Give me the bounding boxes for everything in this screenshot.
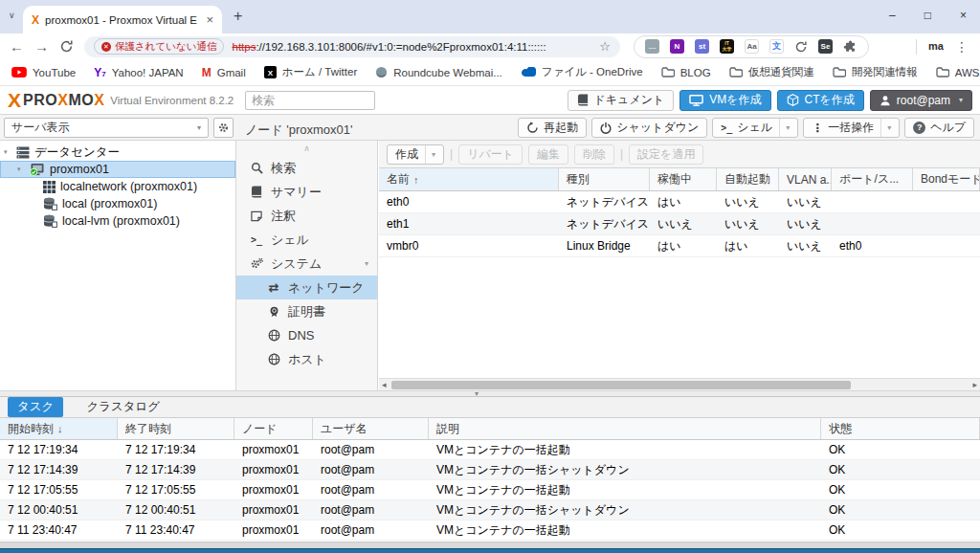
browser-menu-icon[interactable]: ⋮	[955, 39, 969, 55]
bottom-tab[interactable]: タスク	[8, 397, 63, 417]
address-bar[interactable]: ✕ 保護されていない通信 https://192.168.3.101:8006/…	[84, 36, 620, 57]
create-vm-button[interactable]: VMを作成	[679, 90, 770, 111]
user-menu-button[interactable]: root@pam ▾	[870, 90, 972, 111]
column-header[interactable]: 名前↑	[379, 168, 559, 190]
node-action-button[interactable]: ?ヘルプ	[904, 118, 974, 138]
table-cell: いいえ	[717, 213, 779, 234]
menu-item[interactable]: ホスト	[236, 347, 377, 371]
tree-item[interactable]: ▾proxmox01	[0, 161, 235, 178]
column-header[interactable]: ノード	[234, 418, 313, 439]
sync-icon[interactable]	[794, 40, 808, 54]
column-header[interactable]: Bondモード	[913, 168, 980, 190]
node-action-button[interactable]: ⋮一括操作▾	[803, 118, 900, 138]
menu-scroll-up-icon[interactable]: ∧	[236, 141, 377, 156]
create-ct-button[interactable]: CTを作成	[777, 90, 864, 111]
column-header[interactable]: 自動起動	[717, 168, 779, 190]
bookmark-item[interactable]: YouTube	[11, 67, 76, 78]
menu-item[interactable]: 証明書	[236, 299, 377, 323]
maximize-icon[interactable]: □	[924, 9, 931, 22]
security-badge[interactable]: ✕ 保護されていない通信	[94, 38, 224, 55]
chat-icon[interactable]: …	[645, 39, 659, 54]
view-selector[interactable]: サーバ表示 ▾	[4, 118, 209, 138]
onenote-icon[interactable]: N	[670, 39, 684, 54]
tab-close-icon[interactable]: ×	[206, 13, 213, 26]
node-action-button[interactable]: >_シェル▾	[712, 118, 798, 138]
node-actions: 再起動シャットダウン>_シェル▾⋮一括操作▾?ヘルプ	[518, 118, 974, 138]
menu-item[interactable]: >_シェル	[236, 228, 377, 252]
network-toolbar-button[interactable]: リバート	[458, 144, 523, 165]
back-icon[interactable]: ←	[10, 38, 24, 55]
tab-list-chevron-icon[interactable]: ∨	[9, 11, 15, 20]
column-header[interactable]: 開始時刻↓	[0, 418, 118, 439]
network-toolbar-button[interactable]: 削除	[574, 144, 614, 165]
minimize-icon[interactable]: –	[889, 9, 896, 22]
column-header[interactable]: ユーザ名	[313, 418, 429, 439]
bookmark-star-icon[interactable]: ☆	[599, 39, 611, 54]
column-header[interactable]: VLAN a...	[779, 168, 832, 190]
tree-item[interactable]: local-lvm (proxmox01)	[0, 212, 235, 230]
forward-icon[interactable]: →	[34, 38, 49, 55]
column-header[interactable]: 状態	[821, 418, 980, 439]
bookmark-item[interactable]: ファイル - OneDrive	[521, 65, 643, 79]
scroll-left-icon[interactable]: ◂	[382, 380, 387, 389]
bookmark-item[interactable]: Y7Yahoo! JAPAN	[94, 67, 183, 78]
network-toolbar-button[interactable]: 編集	[528, 144, 568, 165]
panel-splitter[interactable]: ▾	[0, 390, 980, 397]
table-row[interactable]: 7 12 17:19:347 12 17:19:34proxmox01root@…	[0, 440, 980, 460]
table-row[interactable]: eth1ネットデバイスいいえいいえいいえ	[379, 213, 980, 235]
table-row[interactable]: 7 12 17:05:557 12 17:05:55proxmox01root@…	[0, 480, 980, 500]
selenium-icon[interactable]: Se	[818, 39, 833, 54]
bookmark-item[interactable]: Roundcube Webmai...	[375, 66, 502, 78]
collapse-icon[interactable]: ▾	[365, 259, 368, 268]
bookmark-item[interactable]: 開発関連情報	[833, 65, 918, 79]
scroll-right-icon[interactable]: ▸	[972, 380, 977, 389]
bottom-tab[interactable]: クラスタログ	[77, 397, 169, 417]
table-row[interactable]: vmbr0Linux Bridgeはいはいいいえeth0	[379, 235, 980, 257]
network-toolbar-button[interactable]: 設定を適用	[629, 144, 703, 165]
table-row[interactable]: 7 12 00:40:517 12 00:40:51proxmox01root@…	[0, 500, 980, 520]
expander-icon[interactable]: ▾	[4, 148, 16, 156]
network-grid-icon	[43, 181, 56, 193]
tree-item[interactable]: local (proxmox01)	[0, 195, 235, 212]
puzzle-icon[interactable]	[843, 39, 858, 54]
bookmark-item[interactable]: BLOG	[661, 67, 711, 78]
expander-icon[interactable]: ▾	[17, 166, 30, 173]
table-cell: ネットデバイス	[559, 213, 650, 234]
stylus-icon[interactable]: st	[695, 39, 709, 54]
table-row[interactable]: 7 12 17:14:397 12 17:14:39proxmox01root@…	[0, 460, 980, 480]
column-header[interactable]: ポート/ス...	[832, 168, 913, 190]
menu-item[interactable]: システム▾	[236, 252, 377, 276]
amazon-icon[interactable]: ma	[928, 41, 944, 52]
network-toolbar-button[interactable]: 作成▾	[387, 144, 444, 165]
translate-icon[interactable]: 文	[769, 39, 784, 54]
global-search-input[interactable]	[245, 91, 375, 110]
node-action-button[interactable]: 再起動	[518, 118, 587, 138]
reload-icon[interactable]	[59, 39, 74, 54]
browser-tab[interactable]: X proxmox01 - Proxmox Virtual E ×	[23, 6, 222, 33]
new-tab-icon[interactable]: +	[234, 8, 242, 25]
documentation-button[interactable]: ドキュメント	[568, 90, 675, 111]
column-header[interactable]: 種別	[559, 168, 650, 190]
menu-item[interactable]: DNS	[236, 323, 377, 347]
bookmark-item[interactable]: AWS	[936, 67, 980, 78]
tree-settings-button[interactable]	[213, 118, 234, 138]
tree-item[interactable]: ▾データセンター	[0, 144, 235, 161]
it-daigaku-icon[interactable]: IT大学	[720, 39, 734, 54]
column-header[interactable]: 稼働中	[650, 168, 717, 190]
column-header[interactable]: 説明	[429, 418, 821, 439]
bookmark-item[interactable]: MGmail	[202, 67, 246, 78]
fonts-icon[interactable]: Aa	[745, 39, 759, 54]
scrollbar-thumb[interactable]	[391, 381, 851, 389]
bookmark-item[interactable]: Xホーム / Twitter	[264, 65, 358, 79]
menu-item[interactable]: 検索	[236, 156, 377, 180]
window-close-icon[interactable]: ×	[960, 9, 967, 22]
column-header[interactable]: 終了時刻	[118, 418, 234, 439]
menu-item[interactable]: 注釈	[236, 204, 377, 228]
bookmark-item[interactable]: 仮想通貨関連	[729, 65, 814, 79]
table-row[interactable]: eth0ネットデバイスはいいいえいいえ	[379, 191, 980, 213]
menu-item[interactable]: サマリー	[236, 180, 377, 204]
tree-item[interactable]: localnetwork (proxmox01)	[0, 178, 235, 195]
menu-item[interactable]: ⇄ネットワーク	[236, 276, 377, 299]
table-row[interactable]: 7 11 23:40:477 11 23:40:47proxmox01root@…	[0, 520, 980, 541]
node-action-button[interactable]: シャットダウン	[591, 118, 707, 138]
